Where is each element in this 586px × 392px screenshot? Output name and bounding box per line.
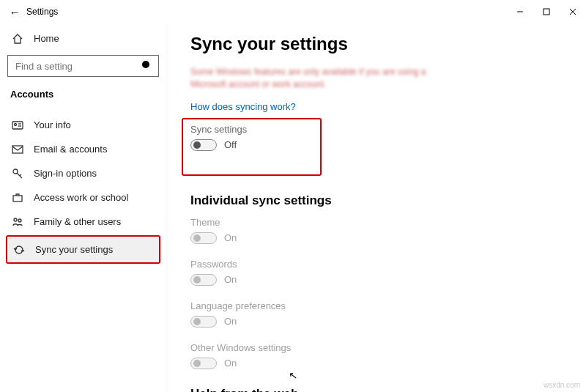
window-controls: [507, 0, 586, 23]
language-state: On: [224, 316, 237, 327]
language-label: Language preferences: [190, 300, 563, 311]
search-input[interactable]: [14, 60, 141, 73]
svg-line-5: [149, 67, 152, 70]
other-windows-label: Other Windows settings: [190, 342, 563, 353]
titlebar: ← Settings: [0, 0, 586, 23]
window-title: Settings: [25, 7, 58, 17]
back-button[interactable]: ←: [4, 6, 25, 18]
sync-settings-label: Sync settings: [190, 124, 247, 135]
nav-label: Sign-in options: [34, 168, 97, 179]
nav-label: Access work or school: [34, 192, 128, 203]
highlight-box-main: Sync settings Off: [182, 118, 322, 176]
svg-point-14: [18, 219, 21, 222]
account-notice: Some Windows features are only available…: [190, 66, 454, 91]
svg-point-7: [15, 123, 17, 125]
key-icon: [10, 166, 25, 181]
page-heading: Sync your settings: [190, 34, 563, 54]
other-windows-state: On: [224, 358, 237, 369]
svg-point-13: [14, 218, 17, 221]
svg-rect-10: [12, 146, 23, 153]
home-label: Home: [34, 33, 59, 44]
passwords-toggle[interactable]: [190, 274, 217, 286]
people-icon: [10, 215, 25, 229]
nav-label: Family & other users: [34, 216, 121, 227]
sync-settings-state: Off: [224, 139, 237, 150]
search-box[interactable]: [7, 55, 159, 77]
mail-icon: [10, 142, 25, 157]
watermark: wsxdn.com: [544, 381, 580, 389]
how-syncing-link[interactable]: How does syncing work?: [190, 101, 563, 112]
theme-state: On: [224, 232, 237, 243]
svg-rect-1: [544, 9, 549, 15]
badge-icon: [10, 118, 25, 133]
nav-label: Email & accounts: [34, 144, 107, 155]
help-heading: Help from the web: [190, 387, 563, 392]
passwords-label: Passwords: [190, 259, 563, 270]
theme-label: Theme: [190, 217, 563, 228]
briefcase-icon: [10, 191, 25, 205]
minimize-button[interactable]: [507, 0, 533, 23]
sidebar-item-signin-options[interactable]: Sign-in options: [6, 161, 160, 185]
sidebar-section-heading: Accounts: [6, 87, 160, 107]
theme-toggle[interactable]: [190, 232, 217, 244]
sidebar-item-your-info[interactable]: Your info: [6, 113, 160, 137]
sidebar-item-email-accounts[interactable]: Email & accounts: [6, 137, 160, 161]
individual-heading: Individual sync settings: [190, 193, 563, 208]
sidebar-item-sync-settings[interactable]: Sync your settings: [7, 237, 159, 262]
close-button[interactable]: [560, 0, 586, 23]
search-icon: [141, 59, 152, 73]
home-icon: [10, 32, 25, 46]
svg-rect-12: [13, 196, 22, 201]
maximize-button[interactable]: [533, 0, 560, 23]
other-windows-toggle[interactable]: [190, 358, 217, 369]
sync-icon: [12, 243, 26, 257]
nav-label: Your info: [34, 119, 71, 130]
cursor-icon: ↖: [288, 369, 298, 382]
sidebar-home[interactable]: Home: [6, 26, 160, 51]
sidebar-item-access-work-school[interactable]: Access work or school: [6, 185, 160, 210]
highlight-box-sidebar: Sync your settings: [6, 235, 160, 264]
sync-settings-toggle[interactable]: [190, 139, 217, 151]
nav-label: Sync your settings: [35, 244, 113, 255]
language-toggle[interactable]: [190, 316, 217, 328]
passwords-state: On: [224, 274, 237, 285]
main-content: Sync your settings Some Windows features…: [167, 23, 586, 392]
sidebar-item-family-users[interactable]: Family & other users: [6, 210, 160, 234]
svg-point-4: [142, 61, 149, 68]
sidebar: Home Accounts Your info Email & accounts: [0, 23, 167, 392]
